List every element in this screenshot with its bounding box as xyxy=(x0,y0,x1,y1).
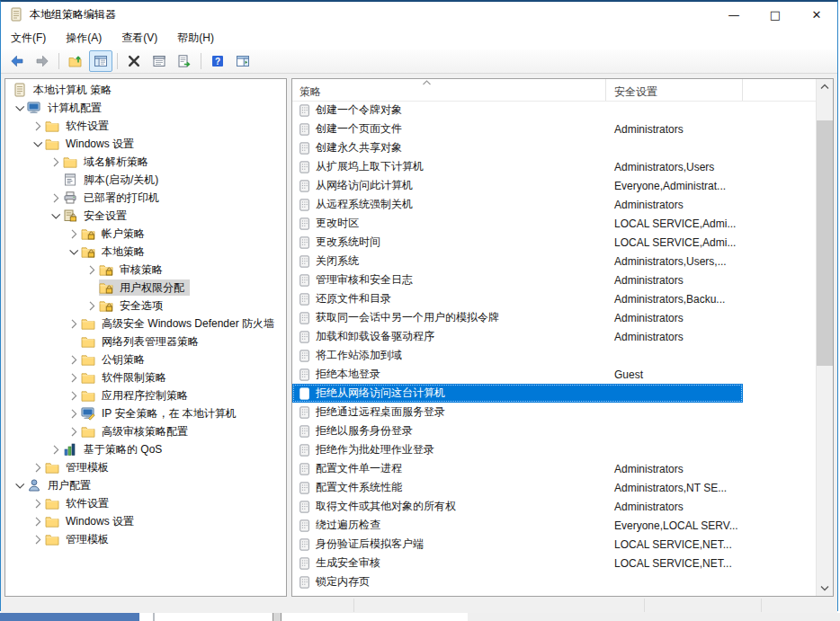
scroll-down-icon[interactable] xyxy=(817,581,833,596)
tree-item[interactable]: 应用程序控制策略 xyxy=(5,386,286,404)
tree-item-label: 安全设置 xyxy=(81,208,130,225)
menu-item[interactable]: 文件(F) xyxy=(1,27,56,49)
tree-item[interactable]: 帐户策略 xyxy=(5,225,286,243)
chevron-right-icon[interactable] xyxy=(85,298,99,313)
policy-row[interactable]: 生成安全审核LOCAL SERVICE,NET... xyxy=(292,554,816,572)
chevron-right-icon[interactable] xyxy=(67,226,81,241)
scroll-up-icon[interactable] xyxy=(817,79,833,94)
menu-item[interactable]: 帮助(H) xyxy=(167,27,224,49)
policy-row[interactable]: 从远程系统强制关机Administrators xyxy=(292,195,816,214)
tree-item[interactable]: 管理模板 xyxy=(5,530,286,548)
tree-item[interactable]: 公钥策略 xyxy=(5,350,286,368)
tree-item[interactable]: 高级审核策略配置 xyxy=(5,422,286,440)
chevron-right-icon[interactable] xyxy=(31,119,45,133)
export-list-button[interactable] xyxy=(173,50,196,72)
policy-row[interactable]: 拒绝以服务身份登录 xyxy=(292,421,816,440)
scrollbar-thumb[interactable] xyxy=(817,120,833,366)
tree-item[interactable]: 基于策略的 QoS xyxy=(5,440,286,458)
tree-item[interactable]: 脚本(启动/关机) xyxy=(5,171,286,189)
delete-button[interactable] xyxy=(122,50,146,72)
tree-item[interactable]: IP 安全策略，在 本地计算机 xyxy=(5,404,286,422)
close-button[interactable]: ✕ xyxy=(796,2,837,27)
help-button[interactable]: ? xyxy=(206,50,229,72)
tree-item[interactable]: 高级安全 Windows Defender 防火墙 xyxy=(5,315,286,333)
policy-row[interactable]: 取得文件或其他对象的所有权Administrators xyxy=(292,497,816,516)
tree-item[interactable]: 用户配置 xyxy=(5,476,286,494)
security-setting-value: Administrators xyxy=(606,501,816,513)
policy-row[interactable]: 更改时区LOCAL SERVICE,Admi... xyxy=(292,214,816,233)
column-header-policy[interactable]: 策略 xyxy=(292,79,606,101)
chevron-right-icon[interactable] xyxy=(31,496,45,510)
tree-item[interactable]: 网络列表管理器策略 xyxy=(5,333,286,350)
forward-button[interactable] xyxy=(31,50,54,72)
tree-item[interactable]: 本地计算机 策略 xyxy=(5,81,286,99)
chevron-right-icon[interactable] xyxy=(67,388,81,403)
back-button[interactable] xyxy=(5,50,29,72)
policy-row[interactable]: 拒绝通过远程桌面服务登录 xyxy=(292,403,816,421)
maximize-button[interactable]: □ xyxy=(755,2,796,27)
properties-button[interactable] xyxy=(147,50,171,72)
background-shade xyxy=(468,613,840,621)
chevron-down-icon[interactable] xyxy=(49,208,63,223)
policy-row[interactable]: 将工作站添加到域 xyxy=(292,346,816,365)
policy-row[interactable]: 锁定内存页 xyxy=(292,572,816,591)
tree-item[interactable]: 安全选项 xyxy=(5,297,286,315)
chevron-down-icon[interactable] xyxy=(67,244,81,259)
tree-item[interactable]: Windows 设置 xyxy=(5,135,286,153)
policy-name: 创建一个页面文件 xyxy=(316,121,402,137)
chevron-right-icon[interactable] xyxy=(67,352,81,367)
policy-row[interactable]: 身份验证后模拟客户端LOCAL SERVICE,NET... xyxy=(292,535,816,554)
policy-row[interactable]: 创建一个页面文件Administrators xyxy=(292,120,816,138)
menu-item[interactable]: 操作(A) xyxy=(56,27,112,49)
chevron-right-icon[interactable] xyxy=(49,155,63,169)
tree-item[interactable]: 软件设置 xyxy=(5,494,286,512)
tree-item[interactable]: 管理模板 xyxy=(5,458,286,476)
policy-row[interactable]: 从扩展坞上取下计算机Administrators,Users xyxy=(292,157,816,176)
policy-row[interactable]: 创建永久共享对象 xyxy=(292,138,816,157)
tree-item[interactable]: 安全设置 xyxy=(5,207,286,225)
tree-item[interactable]: 本地策略 xyxy=(5,243,286,261)
action-pane-toggle[interactable] xyxy=(231,50,255,72)
chevron-right-icon[interactable] xyxy=(31,532,45,546)
chevron-down-icon[interactable] xyxy=(13,101,27,115)
policy-row[interactable]: 加载和卸载设备驱动程序Administrators xyxy=(292,327,816,346)
policy-row[interactable]: 拒绝从网络访问这台计算机 xyxy=(292,384,816,403)
chevron-right-icon[interactable] xyxy=(49,191,63,205)
policy-row[interactable]: 配置文件单一进程Administrators xyxy=(292,459,816,478)
tree-item[interactable]: 审核策略 xyxy=(5,261,286,279)
policy-row[interactable]: 配置文件系统性能Administrators,NT SE... xyxy=(292,478,816,497)
policy-row[interactable]: 拒绝作为批处理作业登录 xyxy=(292,440,816,459)
policy-row[interactable]: 拒绝本地登录Guest xyxy=(292,365,816,384)
policy-row[interactable]: 创建一个令牌对象 xyxy=(292,101,816,120)
tree-item[interactable]: Windows 设置 xyxy=(5,512,286,530)
up-level-button[interactable] xyxy=(64,50,87,72)
policy-row[interactable]: 获取同一会话中另一个用户的模拟令牌Administrators xyxy=(292,308,816,327)
vertical-scrollbar[interactable] xyxy=(816,79,833,596)
policy-row[interactable]: 绕过遍历检查Everyone,LOCAL SERV... xyxy=(292,516,816,535)
chevron-down-icon[interactable] xyxy=(13,478,27,492)
chevron-right-icon[interactable] xyxy=(67,316,81,331)
chevron-right-icon[interactable] xyxy=(31,514,45,528)
policy-row[interactable]: 管理审核和安全日志Administrators xyxy=(292,271,816,289)
policy-row[interactable]: 还原文件和目录Administrators,Backu... xyxy=(292,289,816,308)
tree-item[interactable]: 软件限制策略 xyxy=(5,368,286,386)
tree-item[interactable]: 计算机配置 xyxy=(5,99,286,117)
console-tree-toggle[interactable] xyxy=(89,50,112,72)
menu-item[interactable]: 查看(V) xyxy=(112,27,167,49)
tree-item[interactable]: 用户权限分配 xyxy=(5,279,286,297)
tree-item[interactable]: 已部署的打印机 xyxy=(5,189,286,207)
chevron-right-icon[interactable] xyxy=(85,262,99,277)
chevron-right-icon[interactable] xyxy=(49,442,63,457)
policy-row[interactable]: 从网络访问此计算机Everyone,Administrat... xyxy=(292,176,816,195)
chevron-right-icon[interactable] xyxy=(67,424,81,439)
tree-item[interactable]: 软件设置 xyxy=(5,117,286,135)
policy-row[interactable]: 更改系统时间LOCAL SERVICE,Admi... xyxy=(292,233,816,252)
policy-row[interactable]: 关闭系统Administrators,Users,... xyxy=(292,252,816,271)
minimize-button[interactable]: — xyxy=(713,2,755,27)
column-header-security-setting[interactable]: 安全设置 xyxy=(606,79,743,101)
tree-item[interactable]: 域名解析策略 xyxy=(5,153,286,171)
chevron-right-icon[interactable] xyxy=(67,406,81,421)
chevron-right-icon[interactable] xyxy=(67,370,81,385)
chevron-right-icon[interactable] xyxy=(31,460,45,475)
chevron-down-icon[interactable] xyxy=(31,137,45,151)
